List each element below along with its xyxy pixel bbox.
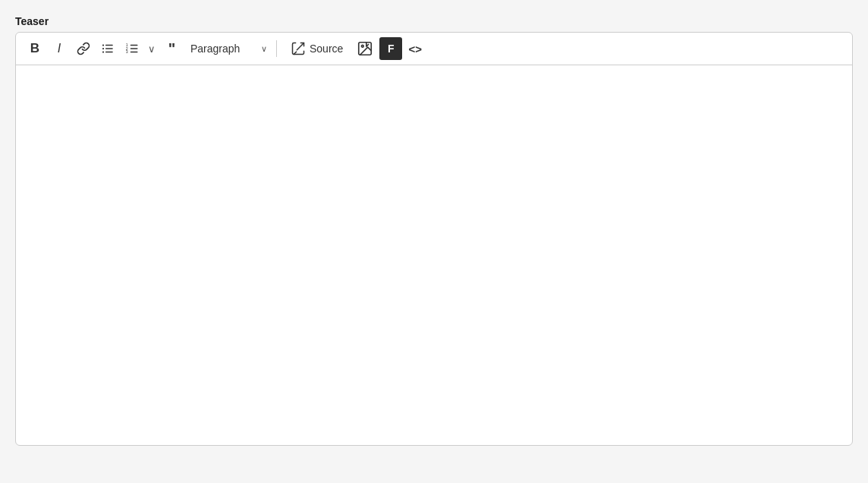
svg-point-3	[102, 44, 104, 46]
code-button[interactable]: <>	[404, 37, 426, 60]
unordered-list-button[interactable]	[96, 37, 119, 60]
bold-button[interactable]: B	[24, 37, 46, 60]
toolbar: B I	[16, 33, 852, 65]
fullscreen-button[interactable]: F	[379, 37, 402, 60]
svg-line-12	[297, 43, 303, 50]
source-button[interactable]: Source	[283, 38, 351, 59]
unordered-list-icon	[101, 42, 115, 55]
svg-text:3: 3	[126, 49, 128, 54]
divider-1	[276, 40, 277, 57]
svg-point-5	[102, 51, 104, 52]
editor-label: Teaser	[15, 15, 853, 27]
blockquote-button[interactable]: "	[160, 37, 183, 60]
paragraph-select-wrapper: Paragraph Heading 1 Heading 2 Heading 3 …	[184, 39, 270, 58]
link-button[interactable]	[72, 37, 95, 60]
ordered-list-icon: 1 2 3	[125, 42, 139, 55]
link-icon	[77, 42, 90, 55]
italic-button[interactable]: I	[48, 37, 71, 60]
svg-point-14	[362, 45, 364, 47]
list-dropdown-button[interactable]: ∨	[145, 37, 159, 60]
ordered-list-button[interactable]: 1 2 3	[121, 37, 143, 60]
image-upload-button[interactable]	[352, 37, 378, 60]
source-icon	[291, 41, 306, 56]
editor-content-area[interactable]	[16, 65, 852, 445]
paragraph-select[interactable]: Paragraph Heading 1 Heading 2 Heading 3 …	[184, 39, 270, 58]
editor-container: B I	[15, 32, 853, 446]
image-upload-icon	[357, 40, 373, 57]
teaser-editor-wrapper: Teaser B I	[15, 15, 853, 446]
svg-point-4	[102, 48, 104, 49]
